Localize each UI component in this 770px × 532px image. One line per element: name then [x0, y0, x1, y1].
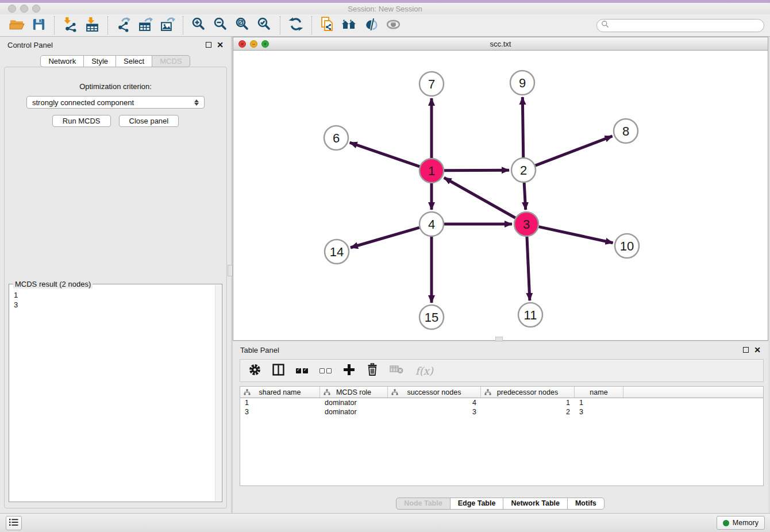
network-canvas[interactable]: 7968124314101511: [233, 51, 768, 340]
result-scrollbar[interactable]: [215, 285, 221, 501]
zoom-selected-button[interactable]: [253, 16, 275, 35]
home-icon: [341, 17, 358, 34]
run-mcds-button[interactable]: Run MCDS: [52, 115, 111, 127]
app-title: Session: New Session: [0, 5, 770, 13]
table-cell[interactable]: 1: [481, 398, 575, 407]
table-cell[interactable]: 3: [575, 407, 623, 417]
zoom-fit-icon: [235, 17, 250, 34]
graph-node-9[interactable]: 9: [510, 71, 534, 95]
graph-edge-3-10[interactable]: [538, 227, 613, 243]
reset-layout-button[interactable]: [338, 16, 360, 35]
search-field[interactable]: [596, 19, 764, 32]
table-cell[interactable]: 2: [481, 407, 575, 417]
graph-node-11[interactable]: 11: [518, 303, 542, 327]
graph-edge-2-9[interactable]: [522, 97, 523, 157]
export-image-button[interactable]: [156, 16, 178, 35]
select-all-button[interactable]: [296, 364, 308, 377]
table-panel: Table Panel ✕ f(x) shared name MCDS role…: [233, 342, 768, 513]
graph-node-4[interactable]: 4: [419, 212, 444, 236]
import-table-button[interactable]: [81, 16, 103, 35]
task-history-button[interactable]: [6, 516, 22, 530]
tab-network-table[interactable]: Network Table: [503, 498, 568, 510]
tab-select[interactable]: Select: [116, 55, 152, 67]
save-session-button[interactable]: [28, 16, 49, 35]
export-table-button[interactable]: [134, 16, 156, 35]
splitter-handle[interactable]: [228, 265, 233, 276]
control-panel: Control Panel ✕ Network Style Select MCD…: [0, 37, 231, 513]
graph-edge-3-11[interactable]: [527, 237, 530, 300]
close-panel-icon[interactable]: ✕: [217, 42, 224, 48]
column-header-mcds-role[interactable]: MCDS role: [320, 387, 388, 398]
deselect-all-button[interactable]: [319, 364, 332, 377]
column-header-successor-nodes[interactable]: successor nodes: [388, 387, 481, 398]
graph-edge-3-1[interactable]: [444, 178, 515, 218]
tab-mcds[interactable]: MCDS: [152, 55, 190, 67]
column-header-shared-name[interactable]: shared name: [240, 387, 320, 398]
import-network-button[interactable]: [59, 16, 81, 35]
graph-node-1[interactable]: 1: [419, 159, 444, 183]
column-header-name[interactable]: name: [575, 387, 623, 398]
delete-column-button[interactable]: [367, 364, 378, 377]
delete-table-button[interactable]: [390, 364, 404, 377]
table-row[interactable]: 3 dominator 3 2 3: [240, 407, 763, 417]
add-column-button[interactable]: [343, 364, 355, 377]
graph-node-3[interactable]: 3: [514, 212, 538, 236]
graph-node-8[interactable]: 8: [614, 119, 638, 143]
graph-edge-2-3[interactable]: [524, 183, 526, 210]
table-cell[interactable]: 4: [388, 398, 481, 407]
zoom-in-button[interactable]: [188, 16, 210, 35]
table-cell[interactable]: 1: [240, 398, 320, 407]
mcds-result-legend: MCDS result (2 nodes): [13, 280, 93, 288]
clone-network-button[interactable]: [317, 16, 338, 35]
table-cell[interactable]: 3: [240, 407, 320, 417]
tab-node-table[interactable]: Node Table: [396, 498, 450, 510]
tree-icon: [391, 389, 398, 398]
tab-edge-table[interactable]: Edge Table: [450, 498, 504, 510]
graph-node-14[interactable]: 14: [325, 240, 349, 264]
float-panel-icon[interactable]: [206, 42, 211, 48]
export-network-button[interactable]: [113, 16, 134, 35]
tab-network[interactable]: Network: [40, 55, 84, 67]
refresh-view-button[interactable]: [285, 16, 307, 35]
close-table-panel-icon[interactable]: ✕: [754, 347, 761, 353]
table-settings-button[interactable]: [249, 364, 261, 377]
horizontal-splitter-handle[interactable]: [495, 337, 503, 341]
graph-node-7[interactable]: 7: [419, 72, 444, 96]
graph-edge-1-6[interactable]: [350, 142, 420, 167]
zoom-out-button[interactable]: [210, 16, 232, 35]
table-cell[interactable]: 3: [388, 407, 481, 417]
zoom-fit-button[interactable]: [232, 16, 253, 35]
table-cell[interactable]: dominator: [320, 398, 388, 407]
network-window-titlebar[interactable]: × − + scc.txt: [233, 37, 768, 51]
tab-motifs[interactable]: Motifs: [567, 498, 605, 510]
graph-edge-4-14[interactable]: [351, 228, 419, 248]
show-columns-button[interactable]: [272, 364, 284, 377]
svg-text:14: 14: [330, 245, 344, 259]
graph-node-15[interactable]: 15: [419, 305, 444, 329]
function-builder-button[interactable]: f(x): [415, 364, 433, 377]
graph-node-10[interactable]: 10: [615, 234, 639, 258]
graph-node-2[interactable]: 2: [511, 158, 536, 182]
delete-table-icon: [390, 364, 404, 377]
svg-text:2: 2: [520, 163, 527, 178]
open-session-button[interactable]: [6, 16, 28, 35]
float-table-panel-icon[interactable]: [743, 347, 749, 353]
tab-style[interactable]: Style: [83, 55, 116, 67]
optimization-criterion-select[interactable]: strongly connected component: [26, 96, 205, 109]
graph-node-6[interactable]: 6: [324, 126, 348, 150]
bird-eye-view-button[interactable]: [382, 16, 404, 35]
search-input[interactable]: [609, 21, 760, 30]
memory-button[interactable]: Memory: [717, 516, 765, 530]
tree-icon: [244, 389, 251, 398]
table-row[interactable]: 1 dominator 4 1 1: [240, 398, 763, 407]
show-graphics-details-button[interactable]: [360, 16, 382, 35]
svg-text:3: 3: [523, 217, 530, 232]
table-cell[interactable]: 1: [575, 398, 623, 407]
table-cell[interactable]: dominator: [320, 407, 388, 417]
mcds-result-box[interactable]: MCDS result (2 nodes) 1 3: [9, 284, 222, 502]
close-panel-button[interactable]: Close panel: [119, 115, 179, 127]
graph-edge-2-8[interactable]: [536, 136, 613, 165]
column-header-predecessor-nodes[interactable]: predecessor nodes: [481, 387, 575, 398]
tree-icon: [324, 389, 330, 398]
graph-edge-1-2[interactable]: [444, 170, 509, 171]
